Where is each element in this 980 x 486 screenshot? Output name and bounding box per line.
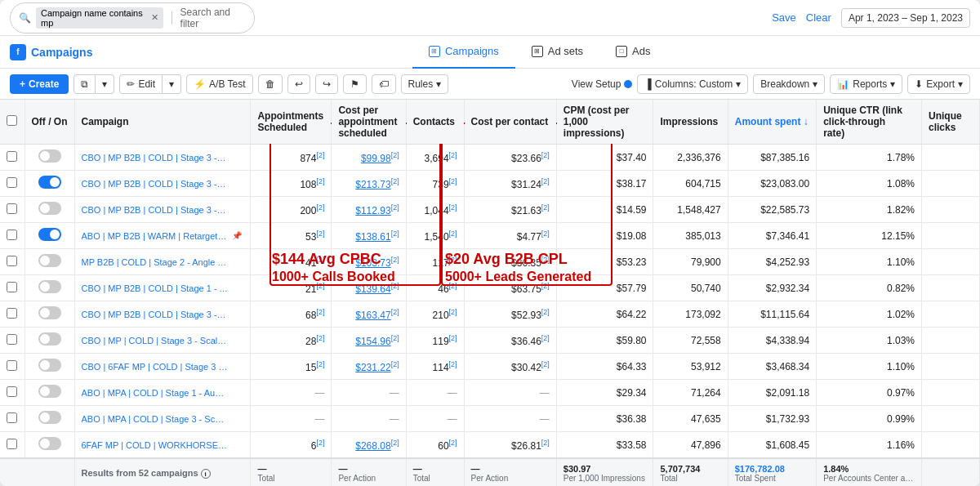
row-contacts: — xyxy=(406,406,464,432)
row-checkbox[interactable] xyxy=(7,230,17,240)
edit-dropdown-button[interactable]: ▾ xyxy=(163,74,181,94)
campaign-toggle[interactable] xyxy=(38,306,61,319)
th-cpm[interactable]: CPM (cost per1,000impressions) xyxy=(556,100,653,145)
th-impressions[interactable]: Impressions xyxy=(653,100,728,145)
campaign-toggle[interactable] xyxy=(38,280,61,293)
campaign-toggle[interactable] xyxy=(38,228,61,241)
row-checkbox[interactable] xyxy=(7,203,17,214)
copy-button[interactable]: ⧉ xyxy=(74,74,96,94)
th-unique-clicks[interactable]: Uniqueclicks xyxy=(921,100,979,145)
row-unique-clicks xyxy=(921,301,979,328)
tab-adsets[interactable]: ⊞ Ad sets xyxy=(515,36,599,69)
select-all-checkbox[interactable] xyxy=(7,115,17,126)
th-contacts[interactable]: Contacts xyxy=(406,100,464,145)
flag-button[interactable]: ⚑ xyxy=(343,74,367,94)
row-appointments: 21[2] xyxy=(251,275,332,301)
row-checkbox[interactable] xyxy=(7,308,17,319)
tab-ads[interactable]: □ Ads xyxy=(599,36,666,69)
search-filter-label[interactable]: Search and filter xyxy=(180,7,246,29)
campaign-toggle[interactable] xyxy=(38,202,61,215)
campaign-toggle[interactable] xyxy=(38,332,61,346)
row-cost-contact: $36.46[2] xyxy=(464,328,556,354)
row-checkbox[interactable] xyxy=(7,256,17,266)
ab-test-button[interactable]: ⚡ A/B Test xyxy=(186,74,252,94)
campaign-toggle[interactable] xyxy=(38,254,61,267)
row-checkbox[interactable] xyxy=(7,360,17,371)
undo-button[interactable]: ↩ xyxy=(287,74,310,94)
row-checkbox[interactable] xyxy=(7,282,17,292)
reports-button[interactable]: 📊 Reports ▾ xyxy=(830,74,902,94)
th-amount-spent[interactable]: Amount spent ↓ xyxy=(728,100,816,145)
th-appointments[interactable]: AppointmentsScheduled xyxy=(251,100,332,145)
campaign-name-link[interactable]: 6FAF MP | COLD | WORKHORSE - Direct Book… xyxy=(82,440,229,450)
row-contacts: 117[2] xyxy=(406,249,464,275)
row-appointments: 108[2] xyxy=(251,171,332,197)
adsets-icon: ⊞ xyxy=(532,46,543,57)
campaign-toggle[interactable] xyxy=(38,149,61,163)
row-impressions: 72,558 xyxy=(653,328,728,354)
row-appointments: 200[2] xyxy=(251,197,332,223)
save-button[interactable]: Save xyxy=(772,11,796,24)
row-checkbox-cell xyxy=(0,380,24,406)
campaign-name-link[interactable]: CBO | MP B2B | COLD | Stage 3 - Scaling … xyxy=(82,205,229,215)
view-setup[interactable]: View Setup xyxy=(572,78,633,90)
rules-button[interactable]: Rules ▾ xyxy=(401,74,449,94)
row-checkbox[interactable] xyxy=(7,334,17,345)
row-cost-appt: — xyxy=(332,406,406,432)
tag-button[interactable]: 🏷 xyxy=(372,74,396,94)
campaign-name-link[interactable]: CBO | MP | COLD | Stage 3 - Scaling (Hor… xyxy=(82,336,229,346)
campaign-name-link[interactable]: CBO | MP B2B | COLD | Stage 3 - Scaling … xyxy=(82,153,229,163)
th-unique-ctr[interactable]: Unique CTR (linkclick-throughrate) xyxy=(817,100,922,145)
row-checkbox-cell xyxy=(0,275,24,301)
campaign-name-link[interactable]: MP B2B | COLD | Stage 2 - Angle Testing … xyxy=(82,257,229,267)
columns-button[interactable]: ▐ Columns: Custom ▾ xyxy=(637,74,748,94)
row-cpm: $37.40 xyxy=(556,145,653,171)
campaign-toggle[interactable] xyxy=(38,176,61,189)
th-cost-appt[interactable]: Cost perappointmentscheduled xyxy=(332,100,406,145)
breakdown-button[interactable]: Breakdown ▾ xyxy=(753,74,825,94)
top-bar: 🔍 Campaign name contains mp ✕ Search and… xyxy=(0,0,980,36)
delete-button[interactable]: 🗑 xyxy=(258,74,283,94)
campaign-toggle[interactable] xyxy=(38,411,61,424)
clear-button[interactable]: Clear xyxy=(806,11,831,24)
campaign-toggle[interactable] xyxy=(38,385,61,398)
row-checkbox[interactable] xyxy=(7,177,17,188)
row-appointments: 15[2] xyxy=(251,354,332,380)
campaign-name-link[interactable]: CBO | 6FAF MP | COLD | Stage 3 - Scaling… xyxy=(82,362,229,372)
row-cpm: $14.59 xyxy=(556,197,653,223)
export-button[interactable]: ⬇ Export ▾ xyxy=(907,74,970,94)
row-checkbox[interactable] xyxy=(7,412,17,423)
date-range-picker[interactable]: Apr 1, 2023 – Sep 1, 2023 xyxy=(841,8,970,28)
row-appointments: — xyxy=(251,380,332,406)
copy-dropdown-button[interactable]: ▾ xyxy=(96,74,114,94)
row-amount-spent: $4,338.94 xyxy=(728,328,816,354)
row-unique-ctr: 0.99% xyxy=(817,406,922,432)
row-checkbox[interactable] xyxy=(7,151,17,162)
campaign-name-link[interactable]: CBO | MP B2B | COLD | Stage 3 - Scaling … xyxy=(82,179,229,189)
row-contacts: 119[2] xyxy=(406,328,464,354)
close-icon[interactable]: ✕ xyxy=(151,12,158,23)
campaign-name-link[interactable]: CBO | MP B2B | COLD | Stage 1 - Audience… xyxy=(82,283,229,293)
edit-button[interactable]: ✏ Edit xyxy=(119,74,163,94)
info-icon[interactable]: i xyxy=(201,469,211,479)
campaign-name-link[interactable]: ABO | MPA | COLD | Stage 3 - Scaling | L… xyxy=(82,414,229,424)
row-checkbox[interactable] xyxy=(7,386,17,397)
row-unique-clicks xyxy=(921,406,979,432)
tab-campaigns[interactable]: ⊞ Campaigns xyxy=(412,36,515,69)
campaign-name-link[interactable]: CBO | MP B2B | COLD | Stage 3 - Scaling … xyxy=(82,310,229,319)
row-checkbox-cell xyxy=(0,432,24,459)
row-unique-ctr: 1.10% xyxy=(817,249,922,275)
campaign-toggle[interactable] xyxy=(38,359,61,372)
th-cost-contact[interactable]: Cost per contact xyxy=(464,100,556,145)
row-impressions: 79,900 xyxy=(653,249,728,275)
campaign-name-link[interactable]: ABO | MPA | COLD | Stage 1 - Audience Te… xyxy=(82,388,229,398)
campaign-name-link[interactable]: ABO | MP B2B | WARM | Retargeting | Boo… xyxy=(82,231,229,241)
table-row: CBO | MP B2B | COLD | Stage 3 - Scaling … xyxy=(0,197,980,223)
row-unique-ctr: 1.78% xyxy=(817,145,922,171)
campaign-toggle[interactable] xyxy=(38,437,61,450)
row-checkbox[interactable] xyxy=(7,439,17,449)
row-unique-clicks xyxy=(921,171,979,197)
search-area[interactable]: 🔍 Campaign name contains mp ✕ Search and… xyxy=(10,2,255,33)
redo-button[interactable]: ↪ xyxy=(315,74,338,94)
create-button[interactable]: + Create xyxy=(10,74,69,94)
